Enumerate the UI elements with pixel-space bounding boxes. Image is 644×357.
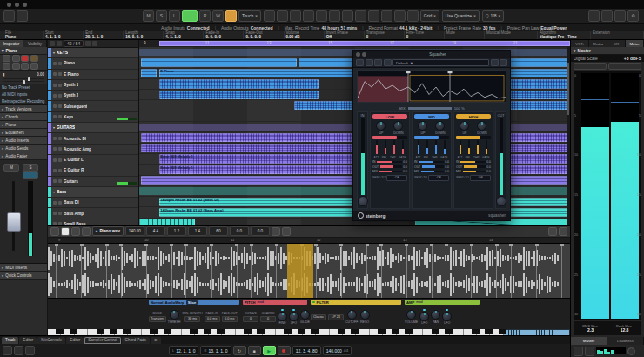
tab-track[interactable]: Track — [2, 337, 18, 344]
right-tab-meter[interactable]: Meter — [626, 40, 644, 47]
tab-chord-pads[interactable]: Chord Pads — [122, 337, 150, 344]
meter-tab-master[interactable]: Master — [571, 337, 607, 345]
filter-select[interactable]: LP 24 — [328, 314, 344, 320]
band-solo-pill[interactable]: LOW — [372, 114, 407, 119]
coarse-field[interactable]: 0 — [260, 316, 276, 322]
minimize-window-icon[interactable] — [15, 3, 19, 7]
hitpoint-line[interactable] — [381, 244, 382, 298]
maximize-window-icon[interactable] — [23, 3, 27, 7]
hitpoint-line[interactable] — [471, 244, 472, 298]
piano-key-black[interactable] — [338, 329, 345, 334]
track-row-piano[interactable]: Piano — [48, 58, 138, 69]
info-mute[interactable]: Mute- — [445, 31, 485, 39]
musical-mode-icon[interactable] — [82, 227, 91, 236]
track-row-e-guitar-l[interactable]: E Guitar L — [48, 155, 138, 165]
read-automation-button[interactable]: R — [199, 10, 211, 22]
preset-save-icon[interactable] — [491, 59, 499, 66]
lfo-knob-1[interactable] — [419, 312, 429, 321]
fade-out-field[interactable]: 0.0 ms — [222, 316, 238, 322]
position-display[interactable]: 12. 3. 4. 80 — [292, 346, 321, 355]
solo-button[interactable] — [58, 72, 62, 76]
piano-key-black[interactable] — [485, 329, 493, 334]
band-solo-pill[interactable]: HIGH — [456, 114, 491, 119]
lfo-knob-3[interactable] — [442, 312, 452, 321]
piano-key-black[interactable] — [150, 329, 158, 334]
plugin-titlebar[interactable]: Squasher — [353, 51, 510, 58]
piano-key-black[interactable] — [445, 329, 453, 334]
info-start[interactable]: Start4. 1. 1. 0 — [44, 31, 84, 39]
right-locator-display[interactable]: R13. 1. 1. 0 — [200, 346, 231, 355]
meter-tab-loudness[interactable]: Loudness — [607, 337, 644, 345]
freeze-button[interactable] — [21, 63, 29, 70]
close-window-icon[interactable] — [7, 3, 11, 7]
record-enable-button[interactable] — [21, 55, 29, 62]
mute-button[interactable] — [53, 147, 57, 151]
amp-header[interactable]: AMPmod — [405, 300, 480, 305]
range-icon[interactable] — [282, 227, 291, 236]
inspector-section-track-versions[interactable]: ▸Track Versions — [0, 105, 47, 113]
channel-fader[interactable] — [7, 212, 21, 232]
editor-gear-icon[interactable] — [559, 227, 567, 236]
pan-slider[interactable] — [3, 81, 44, 82]
tab-sampler-control[interactable]: Sampler Control — [84, 337, 120, 344]
snap-icon[interactable] — [407, 10, 419, 22]
hitpoint-line[interactable] — [536, 244, 537, 298]
band-amount-bar[interactable] — [372, 136, 407, 139]
hitpoint-line[interactable] — [561, 244, 562, 298]
folder-icon[interactable]: ▾ — [53, 51, 55, 55]
stop-button[interactable]: ■ — [248, 346, 261, 355]
left-locator-display[interactable]: L12. 1. 1. 0 — [169, 346, 198, 355]
close-icon[interactable] — [356, 52, 360, 57]
erase-icon[interactable] — [329, 10, 340, 22]
track-row-bass-amp[interactable]: Bass Amp — [48, 208, 138, 219]
fade-in-field[interactable]: 0.0 ms — [205, 316, 220, 322]
min-length-field[interactable]: 30 ms — [184, 316, 200, 322]
hitpoint-line[interactable] — [316, 244, 317, 298]
editor-setup-gear-icon[interactable]: ⚙ — [151, 337, 161, 344]
clip[interactable] — [139, 219, 195, 225]
filter-header[interactable]: FILTER — [311, 300, 401, 305]
track-row-bass[interactable]: ▾Bass — [48, 187, 138, 198]
deactivate-all-solo-button[interactable]: S — [156, 10, 167, 22]
solo-button[interactable] — [12, 55, 20, 62]
hitpoint-line[interactable] — [446, 244, 446, 298]
meter-peak-button[interactable] — [574, 63, 607, 70]
piano-key-black[interactable] — [70, 329, 77, 334]
hitpoint-line[interactable] — [171, 244, 172, 298]
setup-window-layout-icon[interactable] — [588, 10, 600, 22]
track-row-subsequent[interactable]: Subsequent — [48, 101, 138, 111]
track-row-synth-1[interactable]: Synth 1 — [48, 80, 138, 91]
filter-select[interactable]: Classic — [311, 314, 326, 320]
hitpoint-line[interactable] — [511, 244, 512, 298]
draw-icon[interactable] — [368, 10, 379, 22]
read-icon[interactable] — [366, 59, 373, 66]
deactivate-all-mute-button[interactable]: M — [143, 10, 154, 22]
inspector-section-midi-inserts[interactable]: ▸MIDI Inserts — [0, 264, 47, 272]
piano-key-black[interactable] — [405, 329, 413, 334]
track-row-guitars[interactable]: Guitars — [48, 177, 138, 187]
mute-button[interactable] — [53, 84, 57, 87]
hitpoint-line[interactable] — [251, 244, 252, 298]
info-file[interactable]: FilePiano — [3, 31, 44, 39]
down-knob[interactable] — [435, 121, 445, 131]
preset-select[interactable]: Default ▾ — [392, 59, 489, 66]
pitch-header[interactable]: PITCHmod — [243, 300, 307, 305]
split-icon[interactable] — [303, 10, 314, 22]
volume-knob-0[interactable] — [406, 310, 416, 320]
input-gain-knob[interactable] — [358, 196, 368, 206]
fader-mute-button[interactable]: M — [3, 164, 19, 172]
clip[interactable] — [159, 79, 319, 88]
info-musical-mode[interactable]: Musical Mode- — [485, 31, 538, 39]
track-row-acoustic-di[interactable]: Acoustic DI — [48, 133, 138, 144]
hitpoint-line[interactable] — [432, 244, 433, 298]
hitpoint-line[interactable] — [341, 244, 342, 298]
lfo-knob[interactable] — [289, 312, 299, 321]
tab-editor[interactable]: Editor — [66, 337, 84, 344]
editor-field[interactable]: 1 4 — [188, 226, 207, 236]
hitpoint-line[interactable] — [276, 244, 277, 298]
piano-key-black[interactable] — [190, 329, 198, 334]
snap-icon[interactable] — [71, 227, 80, 236]
meter-rms-button[interactable] — [608, 63, 641, 70]
meter-section-header[interactable]: ▾ Master — [571, 47, 644, 55]
edit-channel-button[interactable] — [30, 63, 38, 70]
